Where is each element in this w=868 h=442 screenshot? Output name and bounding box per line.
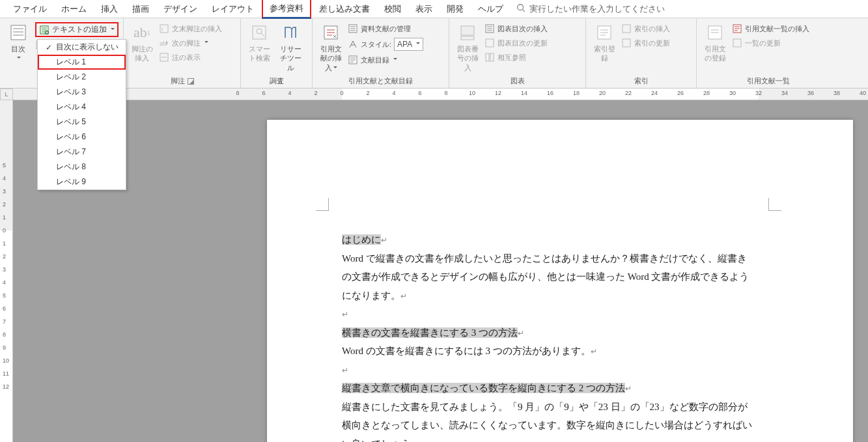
insert-table-figures-label: 図表目次の挿入: [497, 24, 548, 34]
update-table-figures-button[interactable]: 図表目次の更新: [484, 36, 548, 49]
cross-reference-button[interactable]: 相互参照: [484, 51, 548, 64]
check-icon: ✓: [42, 43, 56, 52]
svg-rect-31: [733, 39, 741, 47]
dropdown-item-level-3[interactable]: レベル 3: [38, 85, 126, 100]
dropdown-item-level-9[interactable]: レベル 9: [38, 174, 126, 189]
ribbon: 目次 テキストの追加 目次の更新: [0, 18, 868, 89]
svg-text:i: i: [161, 26, 163, 33]
next-footnote-label: 次の脚注: [172, 38, 201, 48]
smart-lookup-button[interactable]: スマート検索: [245, 21, 273, 64]
update-toa-button[interactable]: 一覧の更新: [732, 36, 809, 49]
paragraph[interactable]: はじめに↵: [342, 230, 755, 249]
research-tool-button[interactable]: リサーチツール: [276, 21, 305, 74]
chevron-down-icon: [393, 58, 397, 62]
dropdown-level-8-label: レベル 8: [56, 161, 122, 173]
bibliography-button[interactable]: 文献目録: [348, 53, 423, 66]
page[interactable]: はじめに↵Word で縦書きの文書を作成したいと思ったことはありませんか？横書き…: [267, 120, 853, 442]
add-text-dropdown: ✓ 目次に表示しない レベル 1 レベル 2 レベル 3 レベル 4 レベル 5…: [37, 39, 126, 190]
tab-review[interactable]: 校閲: [378, 1, 408, 18]
footnotes-launcher[interactable]: [188, 78, 194, 85]
update-toa-label: 一覧の更新: [745, 38, 781, 48]
dropdown-level-1-label: レベル 1: [56, 57, 122, 68]
toc-label: 目次: [11, 45, 25, 53]
captions-group-label: 図表: [511, 76, 525, 86]
bibliography-label: 文献目録: [361, 55, 389, 65]
tab-layout[interactable]: レイアウト: [205, 1, 260, 18]
insert-footnote-button[interactable]: ab1 脚注の挿入: [128, 21, 156, 64]
paragraph[interactable]: Word で縦書きの文書を作成したいと思ったことはありませんか？横書きだけでなく…: [342, 249, 755, 305]
paragraph[interactable]: 横書きの文書を縦書きにする 3 つの方法↵: [342, 324, 755, 342]
index-group-label: 索引: [634, 76, 649, 86]
update-index-label: 索引の更新: [634, 38, 670, 48]
endnote-icon: i: [159, 23, 169, 34]
show-notes-button[interactable]: 注の表示: [159, 51, 222, 64]
tab-mailings[interactable]: 差し込み文書: [313, 1, 376, 18]
paragraph[interactable]: ↵: [342, 361, 755, 380]
mark-citation-label: 引用文の登録: [702, 44, 728, 63]
tab-view[interactable]: 表示: [409, 1, 439, 18]
mark-index-icon: [594, 22, 615, 43]
manage-sources-button[interactable]: 資料文献の管理: [348, 22, 423, 35]
tab-file[interactable]: ファイル: [7, 1, 53, 18]
dropdown-item-level-5[interactable]: レベル 5: [38, 115, 126, 130]
insert-toa-icon: [732, 23, 742, 34]
svg-text:ab: ab: [160, 40, 166, 47]
dropdown-item-no-show[interactable]: ✓ 目次に表示しない: [38, 40, 126, 55]
svg-rect-14: [253, 26, 266, 39]
citation-style-select[interactable]: APA: [394, 38, 423, 51]
add-text-button[interactable]: テキストの追加: [35, 22, 119, 37]
tab-help[interactable]: ヘルプ: [471, 1, 510, 18]
dropdown-item-level-8[interactable]: レベル 8: [38, 159, 126, 174]
citations-group-label: 引用文献と文献目録: [348, 76, 413, 86]
cross-reference-label: 相互参照: [497, 53, 526, 62]
tell-me-search[interactable]: 実行したい作業を入力してください: [516, 3, 665, 15]
next-footnote-button[interactable]: ab 次の脚注: [159, 36, 222, 49]
dropdown-item-level-2[interactable]: レベル 2: [38, 70, 126, 85]
paragraph[interactable]: Word の文書を縦書きにするには 3 つの方法があります。↵: [342, 342, 755, 361]
add-text-icon: [39, 25, 49, 35]
mark-citation-icon: [705, 22, 725, 43]
dropdown-level-9-label: レベル 9: [56, 176, 122, 187]
bibliography-icon: [348, 55, 358, 65]
insert-caption-button[interactable]: 図表番号の挿入: [453, 21, 482, 74]
insert-toa-button[interactable]: 引用文献一覧の挿入: [732, 22, 809, 35]
chevron-down-icon: [17, 57, 21, 61]
vertical-ruler[interactable]: 543210123456789101112: [0, 100, 13, 442]
toc-button[interactable]: 目次: [4, 21, 33, 64]
svg-line-16: [261, 33, 264, 36]
update-table-figures-icon: [484, 38, 495, 48]
paragraph[interactable]: 縦書きにした文書を見てみましょう。「9 月」の「9」や「23 日」の「23」など…: [342, 398, 755, 443]
dropdown-level-7-label: レベル 7: [56, 146, 122, 158]
dropdown-level-6-label: レベル 6: [56, 131, 122, 143]
update-index-icon: [621, 38, 632, 48]
mark-citation-button[interactable]: 引用文の登録: [701, 21, 729, 64]
tab-home[interactable]: ホーム: [55, 1, 93, 18]
mark-index-entry-button[interactable]: 索引登録: [590, 21, 619, 64]
toa-group-label: 引用文献一覧: [747, 76, 790, 86]
citation-style-row: スタイル: APA: [348, 36, 423, 52]
insert-table-figures-button[interactable]: 図表目次の挿入: [484, 22, 548, 35]
tab-references[interactable]: 参考資料: [262, 0, 311, 19]
horizontal-ruler[interactable]: 8642024681012141618202224262830323436384…: [13, 89, 868, 100]
svg-point-0: [518, 5, 524, 10]
tab-developer[interactable]: 開発: [440, 1, 470, 18]
paragraph[interactable]: 縦書き文章で横向きになっている数字を縦向きにする 2 つの方法↵: [342, 379, 755, 398]
tab-insert[interactable]: 挿入: [94, 1, 124, 18]
document-area[interactable]: はじめに↵Word で縦書きの文書を作成したいと思ったことはありませんか？横書き…: [13, 100, 868, 442]
svg-point-15: [257, 29, 262, 34]
svg-rect-27: [623, 25, 630, 33]
dropdown-item-level-7[interactable]: レベル 7: [38, 145, 126, 159]
dropdown-item-level-6[interactable]: レベル 6: [38, 130, 126, 145]
insert-citation-button[interactable]: 引用文献の挿入: [316, 21, 345, 74]
page-content[interactable]: はじめに↵Word で縦書きの文書を作成したいと思ったことはありませんか？横書き…: [342, 230, 755, 442]
dropdown-item-level-1[interactable]: レベル 1: [38, 55, 126, 70]
ruler-corner[interactable]: L: [0, 89, 13, 100]
update-index-button[interactable]: 索引の更新: [621, 36, 670, 49]
paragraph[interactable]: ↵: [342, 305, 755, 324]
insert-endnote-button[interactable]: i 文末脚注の挿入: [159, 22, 222, 35]
dropdown-item-level-4[interactable]: レベル 4: [38, 100, 126, 115]
tab-design[interactable]: デザイン: [157, 1, 204, 18]
insert-index-button[interactable]: 索引の挿入: [621, 22, 670, 35]
tab-draw[interactable]: 描画: [126, 1, 156, 18]
svg-rect-28: [623, 39, 630, 47]
